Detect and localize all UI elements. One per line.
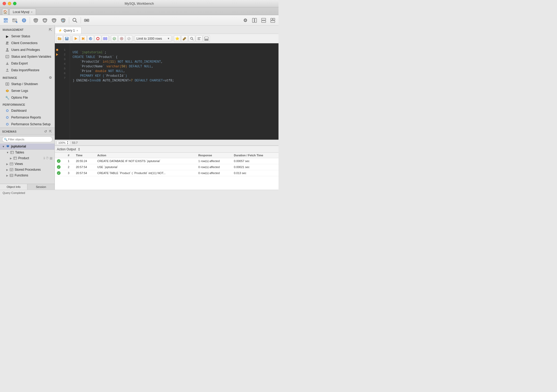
home-icon[interactable]: 🏠 [2, 9, 8, 15]
window-controls[interactable] [3, 2, 16, 5]
line-num-1: 1 [60, 47, 68, 52]
zoom-control[interactable]: 100% ▲ ▼ [57, 141, 70, 145]
toolbar-layout3[interactable] [269, 16, 277, 25]
views-expand-arrow[interactable]: ▶ [6, 163, 8, 165]
toolbar-sql-open[interactable] [11, 16, 19, 25]
sidebar-item-server-status[interactable]: ▶ Server Status [0, 33, 55, 40]
toolbar-settings[interactable]: ⚙ [241, 16, 250, 25]
toolbar-search[interactable] [71, 16, 79, 25]
product-config-icon[interactable]: ⏱ [46, 156, 49, 160]
stored-procedures-icon [10, 168, 13, 171]
limit-select[interactable]: Limit to 1000 rows ▼ [135, 35, 171, 42]
row3-action: CREATE TABLE `Product` ( `ProductId` int… [95, 170, 196, 176]
toolbar-db4[interactable]: 🔍 [59, 16, 67, 25]
execute-btn[interactable] [73, 35, 79, 42]
schema-views-item[interactable]: ▶ Views [0, 161, 55, 167]
schema-add-icon[interactable]: ⇱ [49, 129, 52, 133]
sidebar-item-options-file[interactable]: 🔧 Options File [0, 94, 55, 101]
sidebar-item-dashboard[interactable]: Dashboard [0, 107, 55, 114]
zoom-down-arrow[interactable]: ▼ [67, 143, 69, 145]
sidebar-item-data-import[interactable]: Data Import/Restore [0, 67, 55, 74]
schema-stored-procedures-item[interactable]: ▶ Stored Procedures [0, 167, 55, 173]
schema-tables-item[interactable]: ▼ Tables [0, 150, 55, 155]
tables-expand-arrow[interactable]: ▼ [6, 151, 9, 154]
product-expand-arrow[interactable]: ▶ [10, 157, 12, 160]
stop-btn[interactable] [94, 35, 101, 42]
stored-procedures-expand-arrow[interactable]: ▶ [6, 168, 8, 171]
svg-rect-56 [105, 37, 107, 40]
bottom-status-text: Query Completed [3, 191, 25, 194]
svg-marker-48 [75, 37, 77, 40]
explain-btn[interactable] [87, 35, 94, 42]
object-info-tab[interactable]: Object Info [0, 184, 27, 190]
toggle-btn[interactable] [102, 35, 109, 42]
search-btn[interactable] [188, 35, 195, 42]
qtoolbar-sep1 [71, 36, 72, 41]
sidebar-item-server-logs[interactable]: ! Server Logs [0, 87, 55, 94]
management-expand-icon[interactable]: ⇱ [49, 28, 52, 32]
toolbar-layout2[interactable] [259, 16, 268, 25]
product-info-icon[interactable]: ℹ [44, 156, 45, 160]
execute-selection-btn[interactable] [80, 35, 87, 42]
toolbar-sql-new[interactable]: SQL [2, 16, 10, 25]
filter-input[interactable] [2, 136, 52, 142]
local-mysql-tab[interactable]: Local Mysql × [9, 9, 36, 15]
toolbar-layout1[interactable] [250, 16, 259, 25]
toolbar-separator-3 [81, 17, 81, 23]
query-1-tab[interactable]: ⚡ Query 1 × [55, 27, 81, 34]
output-toggle-icon[interactable]: ⇕ [78, 147, 81, 151]
autocommit-btn[interactable] [126, 35, 132, 42]
output-panel: Action Output ⇕ # Time Action Response D… [55, 145, 278, 190]
product-table-icon2[interactable]: ▦ [50, 156, 52, 160]
open-file-btn[interactable] [56, 35, 63, 42]
schema-item-jsptutorial[interactable]: ▼ jsptutorial [0, 144, 55, 150]
query-tab-close[interactable]: × [76, 29, 78, 32]
schema-product-item[interactable]: ▶ Product ℹ ⏱ ▦ [0, 155, 55, 161]
output-header: Action Output ⇕ [55, 146, 278, 153]
session-tab[interactable]: Session [27, 184, 55, 190]
zoom-arrows[interactable]: ▲ ▼ [67, 141, 69, 145]
line-numbers: 1 2 3 4 5 6 7 [60, 43, 70, 140]
rollback-btn[interactable] [118, 35, 125, 42]
sidebar-item-startup-shutdown[interactable]: Startup / Shutdown [0, 81, 55, 87]
svg-point-24 [7, 42, 9, 43]
row1-time: 20:55:24 [74, 158, 95, 164]
performance-reports-icon [5, 115, 9, 120]
svg-rect-17 [255, 18, 257, 22]
management-section-header: MANAGEMENT ⇱ [0, 26, 55, 33]
row1-action: CREATE DATABASE IF NOT EXISTS `jsptutori… [95, 158, 196, 164]
functions-expand-arrow[interactable]: ▶ [6, 174, 8, 177]
svg-point-35 [7, 117, 8, 118]
format-btn[interactable] [196, 35, 203, 42]
schema-collapse-arrow[interactable]: ▼ [2, 145, 5, 148]
commit-btn[interactable] [111, 35, 118, 42]
tab-close-icon[interactable]: × [31, 10, 32, 14]
toggle-output-btn[interactable] [203, 35, 210, 42]
svg-point-4 [16, 21, 17, 23]
maximize-button[interactable] [13, 2, 16, 5]
col-response: Response [196, 153, 232, 158]
sidebar-item-performance-schema[interactable]: Performance Schema Setup [0, 121, 55, 128]
toolbar-db1[interactable] [32, 16, 40, 25]
output-row-3: ✓ 3 20:57:54 CREATE TABLE `Product` ( `P… [55, 170, 278, 176]
toolbar-db3[interactable]: ⚙ [50, 16, 58, 25]
close-button[interactable] [3, 2, 6, 5]
toolbar-db2[interactable] [41, 16, 49, 25]
brush-btn[interactable] [181, 35, 188, 42]
schema-functions-item[interactable]: ▶ f(x) Functions [0, 173, 55, 178]
server-logs-label: Server Logs [11, 89, 28, 93]
sidebar-item-users-privileges[interactable]: Users and Privileges [0, 46, 55, 53]
toolbar-migrate[interactable] [82, 16, 91, 25]
save-btn[interactable] [63, 35, 70, 42]
sidebar-item-data-export[interactable]: Data Export [0, 60, 55, 67]
database-icon [6, 145, 10, 148]
bookmark-btn[interactable]: ⭐ [174, 35, 181, 42]
sidebar-item-performance-reports[interactable]: Performance Reports [0, 114, 55, 121]
schemas-actions: ↺ ⇱ [44, 129, 52, 133]
code-editor[interactable]: USE `jsptutorial`; CREATE TABLE `Product… [70, 43, 278, 140]
sidebar-item-client-connections[interactable]: Client Connections [0, 40, 55, 46]
toolbar-info[interactable]: i [20, 16, 28, 25]
sidebar-item-status-variables[interactable]: Status and System Variables [0, 53, 55, 60]
schema-refresh-icon[interactable]: ↺ [44, 129, 48, 133]
minimize-button[interactable] [8, 2, 11, 5]
